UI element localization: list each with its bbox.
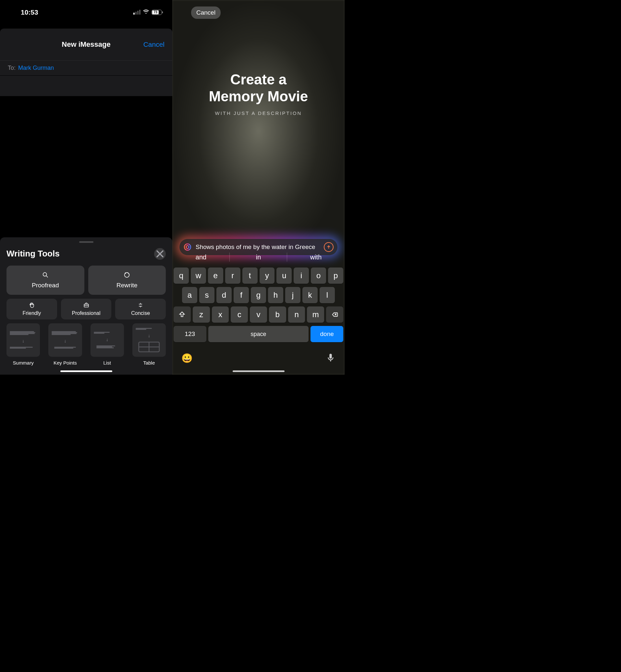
status-bar: 10:53 73 [0, 0, 172, 21]
memory-title: Create aMemory Movie [172, 71, 344, 105]
cancel-button[interactable]: Cancel [143, 41, 165, 48]
key-q[interactable]: q [174, 268, 189, 284]
professional-button[interactable]: Professional [61, 299, 112, 319]
key-a[interactable]: a [182, 287, 197, 303]
recipient-name[interactable]: Mark Gurman [18, 65, 54, 71]
key-g[interactable]: g [251, 287, 266, 303]
status-time: 10:53 [21, 8, 38, 16]
list-tile[interactable]: ↓ [90, 323, 124, 357]
grabber-handle[interactable] [79, 241, 93, 243]
cellular-signal-icon [133, 10, 140, 14]
key-y[interactable]: y [259, 268, 275, 284]
to-label: To: [8, 65, 15, 71]
key-t[interactable]: t [242, 268, 258, 284]
concise-button[interactable]: Concise [115, 299, 166, 319]
key-n[interactable]: n [288, 307, 305, 323]
briefcase-icon [83, 302, 89, 308]
svg-point-0 [43, 272, 46, 276]
proofread-button[interactable]: Proofread [6, 266, 84, 295]
key-h[interactable]: h [268, 287, 283, 303]
sheet-title: New iMessage [61, 40, 110, 49]
suggestion[interactable]: in [230, 249, 287, 266]
key-u[interactable]: u [277, 268, 292, 284]
numbers-key[interactable]: 123 [174, 326, 206, 342]
emoji-button[interactable]: 😀 [181, 353, 193, 364]
suggestion[interactable]: and [172, 249, 230, 266]
close-button[interactable] [154, 248, 166, 260]
memory-subtitle: WITH JUST A DESCRIPTION [172, 110, 344, 116]
keyboard: and in with q w e r t y u i o p a s d f [172, 246, 344, 374]
home-indicator[interactable] [60, 370, 112, 372]
summary-tile[interactable]: ↓ [6, 323, 40, 357]
to-field[interactable]: To: Mark Gurman [0, 61, 172, 76]
memory-movie-screenshot: Cancel Create aMemory Movie WITH JUST A … [172, 0, 344, 374]
key-m[interactable]: m [307, 307, 324, 323]
space-key[interactable]: space [208, 326, 309, 342]
key-c[interactable]: c [231, 307, 248, 323]
imessage-screenshot: 10:53 73 New iMessage Cancel To: Mark Gu… [0, 0, 172, 374]
key-k[interactable]: k [302, 287, 318, 303]
key-points-tile[interactable]: ↓ [48, 323, 82, 357]
battery-icon: 73 [152, 10, 162, 15]
key-d[interactable]: d [216, 287, 232, 303]
writing-tools-title: Writing Tools [6, 249, 60, 259]
suggestion[interactable]: with [287, 249, 344, 266]
key-s[interactable]: s [199, 287, 214, 303]
table-tile[interactable]: ↓ [132, 323, 166, 357]
wave-icon [29, 302, 35, 308]
key-l[interactable]: l [320, 287, 335, 303]
key-p[interactable]: p [328, 268, 343, 284]
friendly-button[interactable]: Friendly [6, 299, 57, 319]
key-f[interactable]: f [234, 287, 249, 303]
key-r[interactable]: r [225, 268, 240, 284]
home-indicator[interactable] [233, 370, 285, 372]
key-v[interactable]: v [250, 307, 267, 323]
done-key[interactable]: done [310, 326, 343, 342]
delete-key[interactable] [326, 307, 343, 323]
key-w[interactable]: w [191, 268, 206, 284]
key-b[interactable]: b [269, 307, 286, 323]
writing-tools-panel: Writing Tools Proofread Rewrite [0, 237, 172, 374]
shift-key[interactable] [174, 307, 191, 323]
wifi-icon [142, 8, 150, 16]
key-j[interactable]: j [285, 287, 300, 303]
magnifier-icon [42, 271, 49, 279]
new-message-sheet: New iMessage Cancel To: Mark Gurman + Hi… [0, 29, 172, 374]
concise-icon [137, 302, 144, 308]
dictation-button[interactable] [326, 353, 335, 364]
table-icon [138, 342, 160, 352]
key-e[interactable]: e [208, 268, 223, 284]
key-o[interactable]: o [311, 268, 326, 284]
key-x[interactable]: x [212, 307, 229, 323]
rewrite-button[interactable]: Rewrite [88, 266, 166, 295]
rewrite-icon [123, 271, 130, 279]
cancel-button[interactable]: Cancel [191, 6, 221, 19]
key-i[interactable]: i [294, 268, 309, 284]
key-z[interactable]: z [193, 307, 210, 323]
